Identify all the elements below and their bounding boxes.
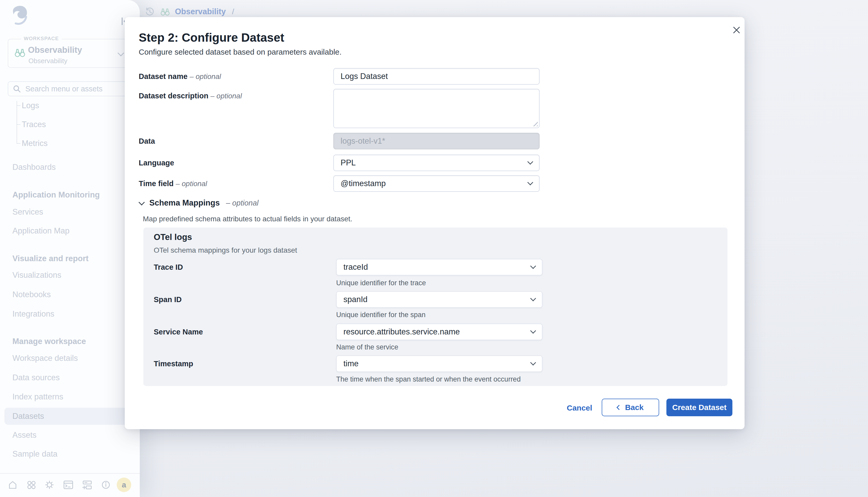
chevron-down-icon: [139, 199, 145, 205]
cancel-button[interactable]: Cancel: [567, 402, 592, 414]
otel-logs-title: OTel logs: [154, 232, 192, 242]
schema-mappings-accordion[interactable]: Schema Mappings – optional: [139, 198, 259, 208]
otel-logs-panel: OTel logs OTel schema mappings for your …: [143, 228, 727, 386]
schema-mappings-helper: Map predefined schema attributes to actu…: [143, 215, 352, 223]
binoculars-icon: [14, 47, 26, 58]
service-name-label: Service Name: [154, 326, 203, 338]
nav-tree-line: [17, 101, 17, 144]
chevron-down-icon: [527, 180, 533, 185]
data-label: Data: [139, 135, 155, 147]
service-name-helper: Name of the service: [336, 343, 398, 352]
workspace-title: Observability: [28, 45, 82, 55]
sidebar-item-assets[interactable]: Assets: [12, 430, 37, 440]
service-name-select[interactable]: resource.attributes.service.name: [336, 324, 542, 340]
sidebar-item-logs[interactable]: Logs: [22, 100, 39, 111]
recent-history-icon[interactable]: [144, 6, 155, 17]
dataset-description-label: Dataset description – optional: [139, 89, 242, 102]
search-icon: [12, 84, 21, 93]
modal-subtitle: Configure selected dataset based on para…: [139, 48, 342, 56]
span-id-select[interactable]: spanId: [336, 291, 542, 308]
sidebar-item-sample-data[interactable]: Sample data: [12, 449, 57, 459]
dataset-description-input[interactable]: [334, 89, 539, 128]
sidebar-item-integrations[interactable]: Integrations: [12, 309, 54, 319]
binoculars-icon: [160, 7, 170, 16]
chevron-down-icon: [530, 328, 536, 333]
span-id-label: Span ID: [154, 293, 182, 306]
sidebar-section-application-monitoring: Application Monitoring: [12, 190, 100, 200]
app-logo-icon[interactable]: [11, 5, 28, 25]
sidebar-item-datasets[interactable]: Datasets: [12, 411, 44, 422]
chevron-left-icon: [617, 405, 622, 410]
data-input: [333, 133, 539, 150]
workspace-legend: WORKSPACE: [21, 36, 62, 41]
dataset-name-label: Dataset name – optional: [139, 70, 221, 83]
language-select[interactable]: PPL: [333, 155, 539, 171]
breadcrumb[interactable]: Observability: [175, 7, 226, 16]
add-panel-icon[interactable]: [82, 479, 93, 490]
sidebar-item-data-sources[interactable]: Data sources: [12, 372, 60, 383]
sidebar-item-workspace-details[interactable]: Workspace details: [12, 353, 78, 364]
sidebar-item-index-patterns[interactable]: Index patterns: [12, 392, 63, 402]
home-icon[interactable]: [7, 479, 18, 490]
language-label: Language: [139, 157, 174, 169]
otel-logs-subtitle: OTel schema mappings for your logs datas…: [154, 246, 297, 254]
gear-icon[interactable]: [44, 479, 55, 490]
sidebar-item-metrics[interactable]: Metrics: [22, 138, 48, 148]
trace-id-select[interactable]: traceId: [336, 259, 542, 275]
modal-title: Step 2: Configure Dataset: [139, 30, 284, 44]
sidebar-item-dashboards[interactable]: Dashboards: [12, 162, 56, 172]
time-field-select[interactable]: @timestamp: [333, 175, 539, 192]
sidebar-item-visualizations[interactable]: Visualizations: [12, 270, 61, 280]
sidebar-item-notebooks[interactable]: Notebooks: [12, 289, 51, 300]
chevron-down-icon: [530, 359, 536, 366]
trace-id-label: Trace ID: [154, 261, 183, 273]
avatar-letter: a: [122, 480, 126, 489]
chevron-down-icon: [530, 295, 536, 301]
sidebar-section-manage-workspace: Manage workspace: [12, 336, 86, 346]
trace-id-helper: Unique identifier for the trace: [336, 279, 426, 287]
timestamp-select[interactable]: time: [336, 355, 542, 372]
breadcrumb-separator: /: [232, 7, 234, 16]
chevron-down-icon: [527, 159, 533, 165]
workspace-subtitle: Observability: [28, 57, 67, 65]
chevron-down-icon: [117, 50, 124, 56]
nav-tree-tick: [17, 124, 20, 125]
sidebar-section-visualize-and-report: Visualize and report: [12, 253, 88, 264]
timestamp-helper: The time when the span started or when t…: [336, 375, 521, 384]
dataset-name-input[interactable]: [333, 68, 539, 85]
chevron-down-icon: [530, 263, 536, 269]
back-button[interactable]: Back: [602, 399, 659, 416]
sidebar-item-application-map[interactable]: Application Map: [12, 226, 70, 236]
configure-dataset-modal: Step 2: Configure Dataset Configure sele…: [125, 17, 744, 429]
nav-tree-tick: [17, 143, 20, 144]
close-icon[interactable]: [729, 23, 744, 37]
info-icon[interactable]: [100, 479, 111, 490]
sidebar: WORKSPACE Observability Observability Lo…: [0, 0, 140, 497]
nav-tree-tick: [17, 105, 20, 106]
sidebar-footer-divider: [0, 473, 140, 474]
workspace-selector[interactable]: WORKSPACE Observability Observability: [8, 39, 131, 68]
sidebar-item-traces[interactable]: Traces: [22, 119, 46, 130]
create-dataset-button[interactable]: Create Dataset: [666, 399, 733, 416]
sidebar-search[interactable]: [8, 81, 132, 96]
apps-grid-icon[interactable]: [26, 479, 37, 490]
timestamp-label: Timestamp: [154, 357, 193, 370]
dev-tools-icon[interactable]: [63, 479, 74, 490]
user-avatar[interactable]: a: [117, 478, 131, 492]
time-field-label: Time field – optional: [139, 177, 207, 190]
search-input[interactable]: [25, 84, 120, 94]
span-id-helper: Unique identifier for the span: [336, 310, 425, 319]
sidebar-item-services[interactable]: Services: [12, 207, 43, 217]
dataset-description-field: [333, 89, 539, 128]
